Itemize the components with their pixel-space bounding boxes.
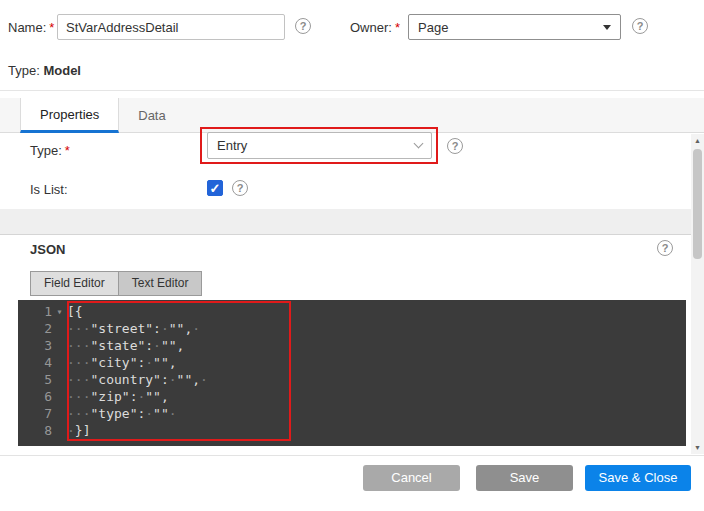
tab-data[interactable]: Data (119, 98, 184, 133)
code-line: 1▾[{ (18, 303, 686, 320)
code-lines: 1▾[{2···"street":·"",·3···"state":·"",4·… (18, 303, 686, 439)
scroll-down-arrow-icon[interactable]: ▼ (691, 441, 704, 454)
tab-bar: PropertiesData (0, 98, 704, 133)
required-asterisk: * (395, 20, 400, 35)
type-label: Type: (8, 63, 40, 78)
variable-editor-dialog: Name:* ? Owner:* Page ? Type: Model Prop… (0, 0, 704, 511)
required-asterisk: * (65, 143, 70, 158)
field-editor-button[interactable]: Field Editor (30, 271, 119, 296)
owner-label: Owner:* (350, 20, 400, 36)
footer-bar: Cancel Save Save & Close (0, 455, 704, 511)
code-line: 6···"zip":·"", (18, 388, 686, 405)
name-help-icon[interactable]: ? (295, 18, 311, 34)
type-value: Model (43, 63, 81, 78)
code-line: 3···"state":·"", (18, 337, 686, 354)
json-help-icon[interactable]: ? (657, 240, 673, 256)
name-input[interactable] (57, 14, 285, 40)
fold-spacer (52, 405, 67, 422)
is-list-label: Is List: (30, 182, 68, 198)
save-button[interactable]: Save (476, 465, 573, 491)
name-label: Name:* (8, 20, 54, 36)
editor-toggle: Field EditorText Editor (30, 271, 202, 296)
json-section-title: JSON (30, 242, 65, 257)
is-list-checkbox[interactable] (207, 180, 223, 196)
scroll-up-arrow-icon[interactable]: ▲ (691, 134, 704, 147)
fold-caret-icon[interactable]: ▾ (52, 303, 67, 320)
scrollbar-thumb[interactable] (693, 149, 702, 259)
fold-spacer (52, 371, 67, 388)
fold-spacer (52, 354, 67, 371)
fold-spacer (52, 337, 67, 354)
type-model-line: Type: Model (8, 63, 81, 78)
text-editor-button[interactable]: Text Editor (119, 271, 203, 296)
prop-type-label: Type:* (30, 143, 70, 159)
fold-spacer (52, 388, 67, 405)
chevron-down-icon (603, 25, 611, 30)
code-line: 2···"street":·"",· (18, 320, 686, 337)
owner-help-icon[interactable]: ? (632, 18, 648, 34)
fold-spacer (52, 320, 67, 337)
cancel-button[interactable]: Cancel (363, 465, 460, 491)
save-and-close-button[interactable]: Save & Close (585, 465, 691, 491)
owner-select-value: Page (418, 20, 448, 35)
code-line: 7···"type":·""· (18, 405, 686, 422)
owner-select[interactable]: Page (408, 14, 621, 40)
code-line: 8·}] (18, 422, 686, 439)
entry-type-select[interactable]: Entry (207, 132, 432, 159)
required-asterisk: * (49, 20, 54, 35)
tab-properties[interactable]: Properties (20, 98, 119, 133)
is-list-help-icon[interactable]: ? (232, 180, 248, 196)
fold-spacer (52, 422, 67, 439)
chevron-down-icon (414, 139, 424, 149)
type-help-icon[interactable]: ? (447, 138, 463, 154)
header-divider (0, 90, 704, 91)
section-separator (0, 209, 692, 234)
code-line: 5···"country":·"",· (18, 371, 686, 388)
entry-type-select-value: Entry (217, 138, 247, 153)
code-line: 4···"city":·"", (18, 354, 686, 371)
vertical-scrollbar[interactable]: ▲ ▼ (691, 134, 704, 454)
json-code-editor[interactable]: 1▾[{2···"street":·"",·3···"state":·"",4·… (18, 300, 686, 446)
